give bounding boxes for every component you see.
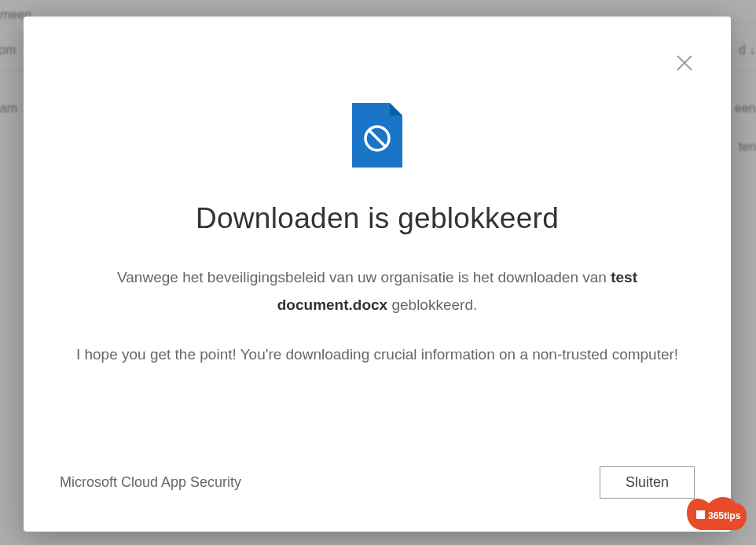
subtitle-prefix: Vanwege het beveiligingsbeleid van uw or… (117, 269, 611, 285)
subtitle-suffix: geblokkeerd. (387, 296, 477, 313)
watermark-text: 365tips (708, 510, 741, 521)
svg-rect-4 (696, 510, 705, 519)
blocked-document-icon (352, 103, 402, 168)
modal-title: Downloaden is geblokkeerd (196, 202, 559, 235)
modal-footer: Microsoft Cloud App Security Sluiten (24, 466, 731, 532)
modal-subtitle: Vanwege het beveiligingsbeleid van uw or… (83, 263, 672, 319)
modal-message: I hope you get the point! You're downloa… (76, 341, 678, 368)
download-blocked-dialog: Downloaden is geblokkeerd Vanwege het be… (24, 17, 731, 532)
watermark-badge: 365tips (685, 495, 748, 533)
modal-content: Downloaden is geblokkeerd Vanwege het be… (24, 17, 731, 466)
footer-branding: Microsoft Cloud App Security (60, 474, 241, 491)
close-icon[interactable] (673, 52, 695, 74)
close-button[interactable]: Sluiten (600, 466, 695, 499)
